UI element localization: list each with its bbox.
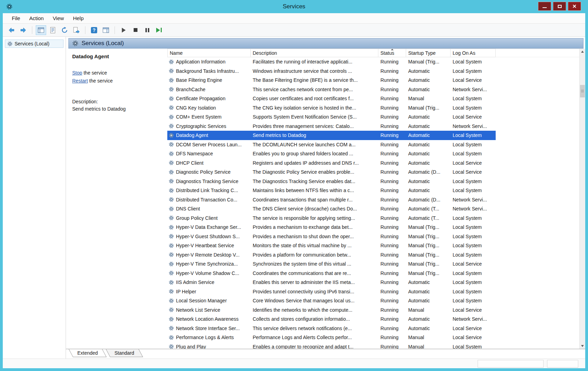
window-title: Services [3,3,585,10]
table-row[interactable]: IP Helper Provides tunnel connectivity u… [167,287,496,296]
service-gear-icon [169,206,174,212]
scrollbar-track[interactable] [580,54,585,343]
maximize-button[interactable] [553,2,566,11]
column-header-startup-type[interactable]: Startup Type [406,49,451,57]
table-row[interactable]: Local Session Manager Core Windows Servi… [167,296,496,305]
show-action-pane-button[interactable] [101,25,111,35]
table-row[interactable]: Network Location Awareness Collects and … [167,314,496,324]
service-log-on-as: Local Service [451,335,496,340]
table-row[interactable]: DHCP Client Registers and updates IP add… [167,158,496,168]
service-status: Running [378,68,406,74]
stop-service-link[interactable]: Stop [72,70,82,76]
column-header-name[interactable]: Name [167,49,251,57]
service-name: Hyper-V Data Exchange Ser... [176,224,241,230]
tab-extended[interactable]: Extended [69,349,107,357]
service-gear-icon [169,151,174,156]
vertical-scrollbar[interactable] [579,49,585,349]
scrollbar-thumb[interactable] [580,85,585,97]
table-row[interactable]: Diagnostics Tracking Service The Diagnos… [167,177,496,186]
titlebar[interactable]: Services [3,0,585,13]
service-startup-type: Automatic [406,188,451,193]
services-gear-icon [72,40,78,46]
table-row[interactable]: IIS Admin Service Enables this server to… [167,278,496,287]
table-row[interactable]: DFS Namespace Enables you to group share… [167,149,496,158]
restart-service-button[interactable] [154,25,164,35]
scroll-down-button[interactable] [580,343,585,349]
refresh-button[interactable] [59,25,70,35]
table-row[interactable]: Plug and Play Enables a computer to reco… [167,342,496,349]
minimize-button[interactable] [538,2,551,11]
forward-button[interactable] [18,25,28,35]
table-row[interactable]: Datadog Agent Send metrics to Datadog Ru… [167,131,496,140]
table-row[interactable]: Performance Logs & Alerts Performance Lo… [167,333,496,342]
table-row[interactable]: Cryptographic Services Provides three ma… [167,122,496,131]
service-description: Enables this server to administer the II… [251,279,378,285]
pause-service-button[interactable] [142,25,152,35]
table-row[interactable]: Diagnostic Policy Service The Diagnostic… [167,167,496,177]
table-row[interactable]: Base Filtering Engine The Base Filtering… [167,76,496,85]
menu-action[interactable]: Action [25,14,48,23]
table-row[interactable]: Hyper-V Remote Desktop V... Provides a p… [167,250,496,260]
table-row[interactable]: Hyper-V Time Synchroniza... Synchronizes… [167,259,496,269]
table-row[interactable]: Hyper-V Heartbeat Service Monitors the s… [167,241,496,250]
service-status: Running [378,96,406,101]
tab-standard-label: Standard [115,349,134,357]
help-icon: ? [91,27,98,34]
table-row[interactable]: Background Tasks Infrastru... Windows in… [167,67,496,76]
table-row[interactable]: Distributed Link Tracking C... Maintains… [167,186,496,195]
show-console-tree-button[interactable] [36,25,46,35]
service-status: Running [378,142,406,147]
service-log-on-as: Network Servi... [451,87,496,92]
close-button[interactable] [568,2,581,11]
restart-service-link[interactable]: Restart [72,78,88,84]
table-row[interactable]: DNS Client The DNS Client service (dnsca… [167,204,496,214]
toolbar-separator [32,26,32,34]
table-row[interactable]: Hyper-V Guest Shutdown S... Provides a m… [167,232,496,241]
service-gear-icon [169,96,174,101]
service-description: Collects and stores configuration inform… [251,316,378,322]
service-status: Running [378,261,406,267]
service-status: Running [378,234,406,239]
table-row[interactable]: BranchCache This service caches network … [167,85,496,94]
table-row[interactable]: Network List Service Identifies the netw… [167,305,496,315]
back-button[interactable] [6,25,17,35]
service-name: Plug and Play [176,344,206,349]
table-row[interactable]: Group Policy Client The service is respo… [167,214,496,223]
service-gear-icon [169,335,174,340]
service-gear-icon [169,133,174,138]
service-gear-icon [169,307,174,312]
table-row[interactable]: Distributed Transaction Co... Coordinate… [167,195,496,205]
table-row[interactable]: Hyper-V Volume Shadow C... Coordinates t… [167,269,496,278]
tab-standard[interactable]: Standard [106,349,143,357]
statusbar-pane [478,360,544,368]
service-startup-type: Automatic [406,298,451,303]
service-startup-type: Automatic [406,316,451,322]
table-row[interactable]: Application Information Facilitates the … [167,57,496,67]
table-row[interactable]: COM+ Event System Supports System Event … [167,112,496,122]
table-row[interactable]: CNG Key Isolation The CNG key isolation … [167,103,496,113]
table-row[interactable]: DCOM Server Process Laun... The DCOMLAUN… [167,140,496,149]
service-log-on-as: Local System [451,298,496,303]
help-button[interactable]: ? [89,25,99,35]
table-row[interactable]: Hyper-V Data Exchange Ser... Provides a … [167,223,496,232]
service-name: IIS Admin Service [176,279,215,285]
menu-file[interactable]: File [8,14,24,23]
table-row[interactable]: Network Store Interface Ser... This serv… [167,324,496,333]
statusbar [3,359,585,368]
menu-view[interactable]: View [49,14,68,23]
scroll-up-button[interactable] [580,49,585,54]
stop-service-button[interactable] [130,25,141,35]
start-service-button[interactable] [118,25,129,35]
table-row[interactable]: Certificate Propagation Copies user cert… [167,94,496,103]
column-header-description[interactable]: Description [251,49,378,57]
menu-help[interactable]: Help [69,14,88,23]
stop-service-suffix: the service [82,70,107,76]
restart-service-suffix: the service [88,78,113,84]
export-button[interactable] [71,25,82,35]
tree-item-services-local[interactable]: Services (Local) [5,40,64,48]
scrollbar-grip-icon [581,90,584,93]
service-gear-icon [169,326,174,331]
column-header-log-on-as[interactable]: Log On As [451,49,496,57]
column-header-status[interactable]: Status [378,49,406,57]
export-list-button[interactable] [48,25,58,35]
